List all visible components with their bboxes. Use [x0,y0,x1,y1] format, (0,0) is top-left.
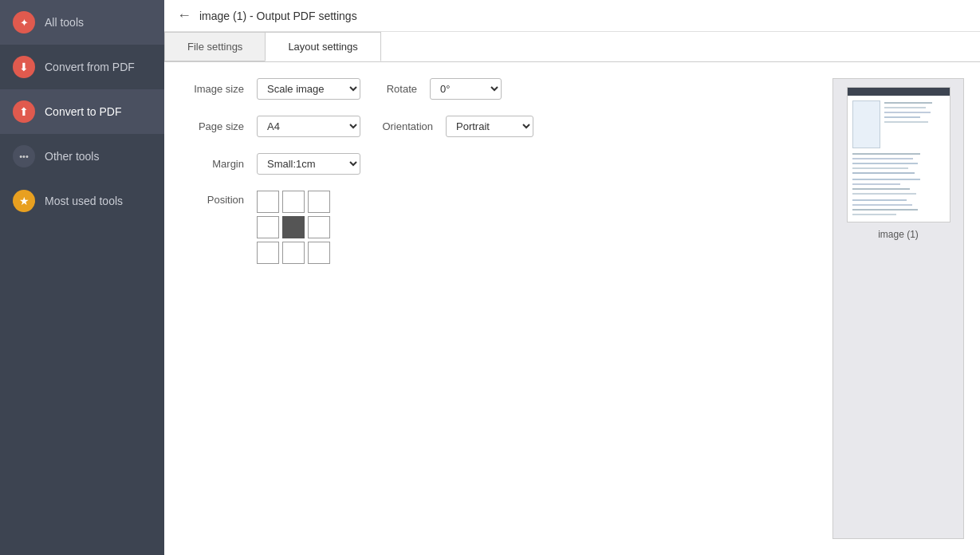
position-grid [257,191,330,264]
rotate-label: Rotate [373,83,417,95]
sidebar-item-label: Other tools [45,150,99,163]
sidebar-item-label: All tools [45,16,84,29]
position-cell-2-1[interactable] [282,242,305,264]
preview-label: image (1) [878,229,919,240]
position-cell-1-0[interactable] [257,216,279,238]
preview-image [847,87,950,222]
content-area: Image size Scale image Fit to page Actua… [164,62,980,555]
back-button[interactable]: ← [177,7,191,24]
sidebar-item-label: Most used tools [45,195,123,207]
tab-layout-settings[interactable]: Layout settings [265,32,380,61]
page-size-select[interactable]: A4 A3 Letter Legal [257,116,360,137]
position-cell-2-0[interactable] [257,242,279,264]
sidebar-item-most-used-tools[interactable]: ★ Most used tools [0,179,164,223]
position-cell-1-1[interactable] [282,216,305,238]
sidebar-item-label: Convert to PDF [45,105,121,118]
margin-select[interactable]: Small:1cm Medium:2cm Large:3cm None [257,153,360,175]
preview-panel: image (1) [832,78,964,539]
orientation-label: Orientation [373,120,433,132]
page-size-orientation-row: Page size A4 A3 Letter Legal Orientation… [180,116,817,137]
page-title: image (1) - Output PDF settings [199,10,357,22]
margin-label: Margin [180,158,244,170]
convert-to-pdf-icon: ⬆ [13,100,35,123]
other-tools-icon: ••• [13,145,35,167]
sidebar-item-convert-from-pdf[interactable]: ⬇ Convert from PDF [0,45,164,89]
page-header: ← image (1) - Output PDF settings [164,0,980,32]
all-tools-icon: ✦ [13,11,35,33]
position-label: Position [180,191,244,206]
margin-row: Margin Small:1cm Medium:2cm Large:3cm No… [180,153,817,175]
sidebar-item-convert-to-pdf[interactable]: ⬆ Convert to PDF [0,89,164,134]
position-cell-2-2[interactable] [308,242,330,264]
image-size-rotate-row: Image size Scale image Fit to page Actua… [180,78,817,100]
sidebar-item-label: Convert from PDF [45,61,135,73]
sidebar-item-other-tools[interactable]: ••• Other tools [0,134,164,179]
tab-bar: File settings Layout settings [164,32,980,62]
convert-from-pdf-icon: ⬇ [13,56,35,78]
tab-file-settings[interactable]: File settings [164,32,266,61]
preview-toolbar [848,88,950,96]
settings-panel: Image size Scale image Fit to page Actua… [180,78,817,539]
most-used-tools-icon: ★ [13,190,35,212]
position-row: Position [180,191,817,264]
sidebar-item-all-tools[interactable]: ✦ All tools [0,0,164,45]
page-size-label: Page size [180,120,244,132]
rotate-select[interactable]: 0° 90° 180° 270° [430,78,502,100]
image-size-select[interactable]: Scale image Fit to page Actual size [257,78,360,100]
orientation-select[interactable]: Portrait Landscape [446,116,533,137]
position-cell-0-2[interactable] [308,191,330,213]
position-cell-1-2[interactable] [308,216,330,238]
sidebar: ✦ All tools ⬇ Convert from PDF ⬆ Convert… [0,0,164,555]
image-size-label: Image size [180,83,244,95]
position-cell-0-1[interactable] [282,191,305,213]
position-cell-0-0[interactable] [257,191,279,213]
main-content: ← image (1) - Output PDF settings File s… [164,0,980,555]
